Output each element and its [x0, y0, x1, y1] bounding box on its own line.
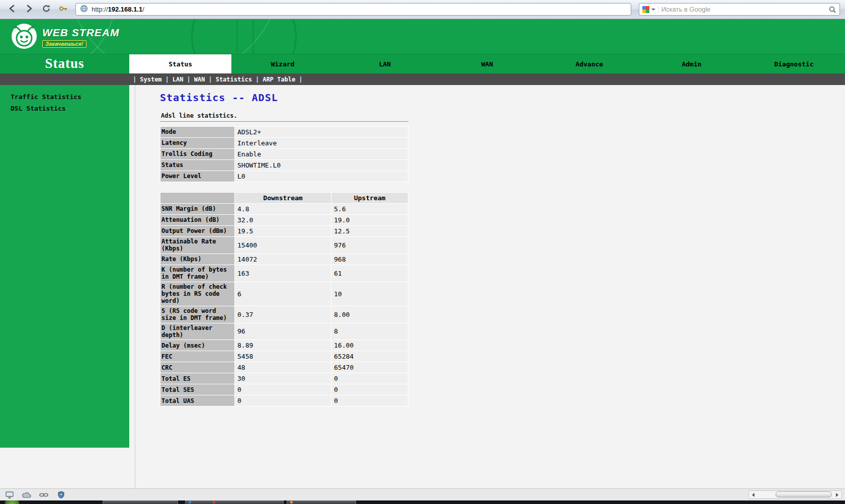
tab-wizard[interactable]: Wizard [231, 54, 333, 73]
table-row: Status SHOWTIME.L0 [160, 160, 408, 171]
cell-upstream: 65284 [331, 351, 408, 362]
search-engine-button[interactable] [642, 6, 658, 13]
subnav-item-lan[interactable]: LAN [173, 76, 184, 83]
search-icon[interactable] [828, 6, 836, 14]
link-icon[interactable] [37, 490, 50, 499]
table-row: CRC 48 65470 [160, 362, 408, 373]
cell-upstream: 12.5 [331, 226, 408, 236]
back-arrow-icon [7, 4, 17, 15]
cell-upstream: 0 [331, 373, 408, 384]
table-row: FEC 5458 65284 [160, 351, 408, 362]
cell-upstream: 976 [331, 237, 408, 254]
url-scheme: http:// [92, 6, 108, 13]
subnav-item-system[interactable]: System [140, 76, 161, 83]
row-value: L0 [235, 171, 408, 182]
tab-diagnostic[interactable]: Diagnostic [743, 54, 845, 73]
table-row: SNR Margin (dB) 4.8 5.6 [160, 204, 408, 214]
tab-wan[interactable]: WAN [436, 54, 538, 73]
tab-advance[interactable]: Advance [538, 54, 640, 73]
table-row: R (number of check bytes in RS code word… [160, 282, 408, 306]
adsl-stats-table: Downstream Upstream SNR Margin (dB) 4.8 … [160, 192, 408, 406]
table-header-row: Downstream Upstream [160, 193, 408, 203]
sidebar-item-dsl-statistics[interactable]: DSL Statistics [0, 103, 129, 114]
subnav-item-statistics[interactable]: Statistics [216, 76, 252, 83]
row-label: Power Level [160, 171, 234, 182]
row-value: ADSL2+ [235, 127, 408, 137]
table-row: Power Level L0 [160, 171, 408, 182]
arrow-left-icon [752, 493, 754, 497]
scroll-left-button[interactable] [749, 491, 757, 498]
separator: | [165, 76, 169, 83]
table-row: Rate (Kbps) 14072 968 [160, 254, 408, 265]
start-button[interactable] [5, 500, 19, 504]
tab-lan[interactable]: LAN [334, 54, 436, 73]
row-label: FEC [160, 351, 234, 362]
cell-downstream: 30 [235, 373, 331, 384]
table-row: Attenuation (dB) 32.0 19.0 [160, 215, 408, 225]
chevron-down-icon [651, 9, 655, 11]
taskbar-window-button[interactable] [185, 500, 284, 504]
taskbar-window-button[interactable] [287, 500, 356, 504]
cell-upstream: 8 [331, 323, 408, 340]
table-row: D (interleaver depth) 96 8 [160, 323, 408, 340]
shield-icon[interactable] [54, 490, 67, 499]
cell-upstream: 0 [331, 395, 408, 406]
forward-button[interactable] [22, 3, 36, 16]
cell-downstream: 0 [235, 384, 331, 395]
taskbar-window-button[interactable] [103, 500, 178, 504]
cell-downstream: 8.89 [235, 340, 331, 351]
cell-downstream: 15400 [235, 237, 331, 254]
tab-admin[interactable]: Admin [640, 54, 742, 73]
cell-downstream: 4.8 [235, 204, 331, 214]
table-row: Output Power (dBm) 19.5 12.5 [160, 226, 408, 236]
google-icon [642, 6, 649, 13]
table-row: Total ES 30 0 [160, 373, 408, 384]
forward-arrow-icon [24, 4, 34, 15]
row-label: S (RS code word size in DMT frame) [160, 306, 234, 323]
cell-downstream: 5458 [235, 351, 331, 362]
subnav-item-arp-table[interactable]: ARP Table [263, 76, 295, 83]
row-label: D (interleaver depth) [160, 323, 234, 340]
table-row: S (RS code word size in DMT frame) 0.37 … [160, 306, 408, 323]
separator: | [299, 76, 302, 83]
row-label: K (number of bytes in DMT frame) [160, 265, 234, 282]
tab-status[interactable]: Status [129, 54, 231, 73]
globe-icon [80, 5, 88, 15]
row-label: Trellis Coding [160, 149, 234, 159]
window-icon[interactable] [3, 490, 16, 499]
back-button[interactable] [5, 3, 19, 16]
subtitle-rule: Adsl line statistics. [160, 104, 408, 122]
horizontal-scrollbar[interactable] [748, 490, 842, 499]
browser-status-bar [0, 488, 845, 500]
refresh-button[interactable] [39, 3, 53, 16]
subnav-item-wan[interactable]: WAN [194, 76, 205, 83]
key-button[interactable] [56, 3, 70, 16]
scrollbar-thumb[interactable] [776, 491, 832, 497]
cell-downstream: 14072 [235, 254, 331, 265]
brand-banner: WEB STREAM Закачаешься! [0, 19, 845, 54]
cell-upstream: 16.00 [331, 340, 408, 351]
scrollbar-track[interactable] [757, 491, 833, 498]
url-host: 192.168.1.1 [108, 6, 143, 13]
row-value: Interleave [235, 138, 408, 148]
main-nav: Status Status Wizard LAN WAN Advance Adm… [0, 54, 845, 73]
table-row: Mode ADSL2+ [160, 127, 408, 137]
sidebar-item-traffic-statistics[interactable]: Traffic Statistics [0, 91, 129, 103]
brand-logo-icon [11, 23, 37, 49]
sub-nav: | System | LAN | WAN | Statistics | ARP … [0, 73, 845, 85]
cloud-icon[interactable] [20, 490, 33, 499]
scroll-right-button[interactable] [833, 491, 841, 498]
cell-downstream: 32.0 [235, 215, 331, 225]
cell-upstream: 5.6 [331, 204, 408, 214]
address-bar[interactable]: http://192.168.1.1/ [75, 3, 631, 16]
search-input[interactable] [661, 6, 825, 13]
app-icon [189, 501, 191, 503]
brand-text: WEB STREAM Закачаешься! [42, 27, 120, 48]
cell-downstream: 163 [235, 265, 331, 282]
cell-downstream: 0.37 [235, 306, 331, 323]
separator: | [133, 76, 136, 83]
cell-upstream: 8.00 [331, 306, 408, 323]
main-content: Statistics -- ADSL Adsl line statistics.… [135, 85, 845, 488]
table-row: Latency Interleave [160, 138, 408, 148]
row-value: SHOWTIME.L0 [235, 160, 408, 171]
